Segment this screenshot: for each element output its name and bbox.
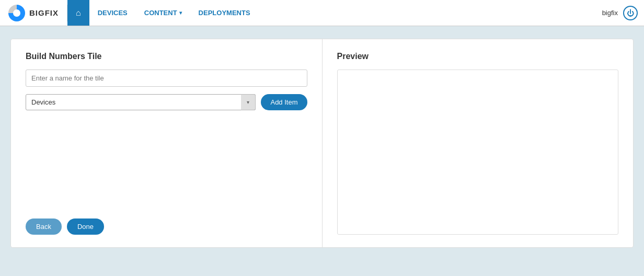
navbar: BIGFIX ⌂ DEVICES CONTENT ▾ DEPLOYMENTS b… — [0, 0, 644, 26]
nav-content[interactable]: CONTENT ▾ — [136, 0, 190, 26]
home-icon: ⌂ — [76, 8, 81, 18]
nav-right: bigfix ⏻ — [602, 6, 644, 20]
add-item-label: Add Item — [270, 98, 297, 106]
nav-deployments-label: DEPLOYMENTS — [199, 9, 250, 17]
dropdown-row: Devices Content Deployments ▾ Add Item — [26, 94, 307, 110]
done-label: Done — [77, 223, 94, 231]
nav-links: ⌂ DEVICES CONTENT ▾ DEPLOYMENTS — [67, 0, 602, 26]
power-button[interactable]: ⏻ — [623, 6, 638, 20]
nav-devices[interactable]: DEVICES — [89, 0, 136, 26]
chevron-down-icon: ▾ — [179, 10, 182, 16]
home-nav-button[interactable]: ⌂ — [67, 0, 89, 26]
preview-title: Preview — [337, 52, 619, 61]
main-card: Build Numbers Tile Devices Content Deplo… — [10, 39, 634, 248]
left-panel: Build Numbers Tile Devices Content Deplo… — [11, 39, 323, 247]
power-icon: ⏻ — [627, 9, 634, 17]
done-button[interactable]: Done — [67, 218, 104, 235]
devices-dropdown[interactable]: Devices Content Deployments — [26, 94, 256, 110]
back-button[interactable]: Back — [26, 218, 62, 235]
logo-inner — [13, 9, 20, 17]
nav-content-label: CONTENT — [144, 9, 177, 17]
brand-name: BIGFIX — [29, 8, 59, 17]
add-item-button[interactable]: Add Item — [261, 94, 307, 110]
logo-icon — [8, 5, 25, 21]
brand-logo: BIGFIX — [0, 5, 67, 21]
tile-name-input[interactable] — [26, 70, 307, 87]
nav-deployments[interactable]: DEPLOYMENTS — [190, 0, 259, 26]
preview-box — [337, 70, 619, 235]
back-label: Back — [36, 223, 51, 231]
main-content: Build Numbers Tile Devices Content Deplo… — [0, 26, 644, 260]
bottom-actions: Back Done — [26, 208, 307, 235]
nav-devices-label: DEVICES — [98, 9, 128, 17]
section-title: Build Numbers Tile — [26, 52, 307, 61]
devices-dropdown-wrapper: Devices Content Deployments ▾ — [26, 94, 256, 110]
right-panel: Preview — [323, 39, 634, 247]
nav-username: bigfix — [602, 9, 618, 17]
